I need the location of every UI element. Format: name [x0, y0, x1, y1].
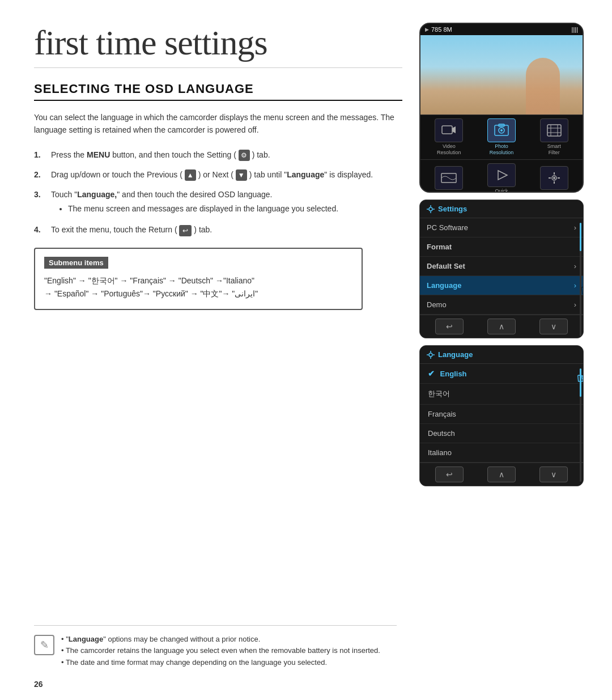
back-btn[interactable]: ↩: [435, 319, 464, 334]
svg-point-19: [429, 207, 432, 211]
title-divider: [34, 67, 402, 68]
page-number: 26: [34, 680, 43, 689]
next-icon: ▼: [236, 169, 247, 181]
note-3: • The date and time format may change de…: [61, 657, 380, 669]
settings-panel: Settings PC Software › Format Default Se…: [419, 200, 584, 338]
submenu-content: "English" → "한국어" → "Français" → "Deutsc…: [44, 274, 352, 302]
step-4: 4. To exit the menu, touch the Return ( …: [34, 224, 402, 236]
camera-screen: ▶ 785 8M |||| VideoResolution: [419, 23, 584, 193]
note-text: • "Language" options may be changed with…: [61, 634, 380, 669]
down-btn[interactable]: ∨: [539, 319, 568, 334]
note-box: ✎ • "Language" options may be changed wi…: [34, 625, 397, 669]
french-label: Français: [428, 410, 456, 418]
step-3-bullet-1: The menu screen and messages are display…: [68, 203, 402, 215]
settings-item-format[interactable]: Format: [420, 237, 583, 257]
steps-list: 1. Press the MENU button, and then touch…: [34, 149, 402, 236]
person-silhouette: [526, 58, 560, 114]
step-2-num: 2.: [34, 169, 48, 181]
photo-resolution-icon: [487, 118, 516, 142]
video-resolution-label: VideoResolution: [437, 143, 461, 156]
settings-panel-title: Settings: [438, 205, 467, 213]
language-header: Language: [420, 346, 583, 364]
settings-item-language[interactable]: Language › ☞: [420, 276, 583, 295]
submenu-box: Submenu items "English" → "한국어" → "Franç…: [34, 248, 363, 311]
video-resolution-item[interactable]: VideoResolution: [435, 118, 463, 156]
smart-filter-icon: [540, 118, 568, 142]
language-item-english[interactable]: ✔ English ☞: [420, 364, 583, 384]
language-arrow: ›: [574, 281, 576, 290]
settings-icon-item[interactable]: Settings: [540, 166, 568, 193]
panorama-label: Panorama: [437, 191, 461, 193]
lang-scrollbar-thumb: [580, 368, 581, 397]
prev-icon: ▲: [185, 169, 196, 181]
default-set-label: Default Set: [427, 262, 465, 270]
submenu-line2: → "Español" → "Português"→ "Русский" → "…: [44, 287, 352, 301]
step-4-num: 4.: [34, 224, 48, 236]
svg-marker-1: [452, 126, 456, 133]
up-btn[interactable]: ∧: [487, 319, 516, 334]
setting-icon: ⚙: [239, 150, 250, 161]
lang-back-btn[interactable]: ↩: [435, 466, 464, 482]
video-res-svg: [441, 124, 457, 137]
lang-up-btn[interactable]: ∧: [487, 466, 516, 482]
settings-item-demo[interactable]: Demo ›: [420, 295, 583, 315]
photo-res-svg: [494, 124, 509, 137]
settings-item-pc-software[interactable]: PC Software ›: [420, 218, 583, 237]
settings-gear-icon: [427, 205, 435, 213]
quick-view-label: QuickView: [495, 188, 508, 193]
language-item-italian[interactable]: Italiano: [420, 443, 583, 463]
smart-filter-svg: [546, 124, 562, 137]
step-1-num: 1.: [34, 149, 48, 161]
demo-arrow: ›: [574, 300, 576, 309]
step-1: 1. Press the MENU button, and then touch…: [34, 149, 402, 161]
language-label: Language: [427, 281, 461, 290]
settings-svg: [546, 171, 562, 185]
resolution-badge: ▶: [425, 27, 429, 32]
camera-menu-icons: VideoResolution PhotoResolution: [420, 114, 583, 159]
format-label: Format: [427, 243, 452, 251]
camera-menu-icons-2: Panorama QuickView: [420, 159, 583, 193]
language-gear-icon: [427, 351, 435, 359]
quick-view-icon: [487, 163, 516, 187]
panorama-item[interactable]: Panorama: [435, 166, 463, 193]
svg-rect-6: [547, 125, 561, 136]
step-4-content: To exit the menu, touch the Return ( ↩ )…: [51, 224, 402, 236]
note-1: • "Language" options may be changed with…: [61, 634, 380, 646]
default-set-arrow: ›: [574, 262, 576, 270]
quick-view-item[interactable]: QuickView: [487, 163, 516, 193]
video-resolution-icon: [435, 118, 463, 142]
step-2: 2. Drag up/down or touch the Previous ( …: [34, 169, 402, 181]
step-3-content: Touch "Language," and then touch the des…: [51, 189, 402, 216]
language-item-french[interactable]: Français: [420, 405, 583, 424]
scrollbar-track: [580, 223, 581, 336]
pc-software-arrow: ›: [574, 223, 576, 232]
camera-top-bar: ▶ 785 8M ||||: [420, 24, 583, 35]
smart-filter-item[interactable]: SmartFilter: [540, 118, 568, 156]
return-icon: ↩: [179, 225, 192, 236]
note-icon: ✎: [34, 635, 54, 655]
section-title: SELECTING THE OSD LANGUAGE: [34, 82, 402, 101]
smart-filter-label: SmartFilter: [547, 143, 561, 156]
quick-view-svg: [494, 168, 509, 182]
camera-status-text: 785 8M: [431, 26, 452, 33]
svg-marker-12: [498, 171, 507, 180]
language-item-korean[interactable]: 한국어: [420, 384, 583, 405]
pc-software-label: PC Software: [427, 223, 468, 232]
language-item-german[interactable]: Deutsch: [420, 424, 583, 443]
settings-nav-bar: ↩ ∧ ∨: [420, 315, 583, 338]
panorama-svg: [441, 171, 457, 185]
left-content: first time settings SELECTING THE OSD LA…: [34, 23, 402, 310]
description: You can select the language in which the…: [34, 111, 402, 137]
step-3: 3. Touch "Language," and then touch the …: [34, 189, 402, 216]
korean-label: 한국어: [428, 389, 450, 399]
german-label: Deutsch: [428, 429, 455, 438]
settings-icon-box: [540, 166, 568, 190]
page-title: first time settings: [34, 23, 402, 63]
step-1-content: Press the MENU button, and then touch th…: [51, 149, 402, 161]
photo-resolution-item[interactable]: PhotoResolution: [487, 118, 516, 156]
submenu-line1: "English" → "한국어" → "Français" → "Deutsc…: [44, 274, 352, 288]
settings-item-default-set[interactable]: Default Set ›: [420, 257, 583, 276]
camera-photo-area: [420, 35, 583, 114]
svg-rect-0: [442, 126, 452, 134]
lang-down-btn[interactable]: ∨: [539, 466, 568, 482]
